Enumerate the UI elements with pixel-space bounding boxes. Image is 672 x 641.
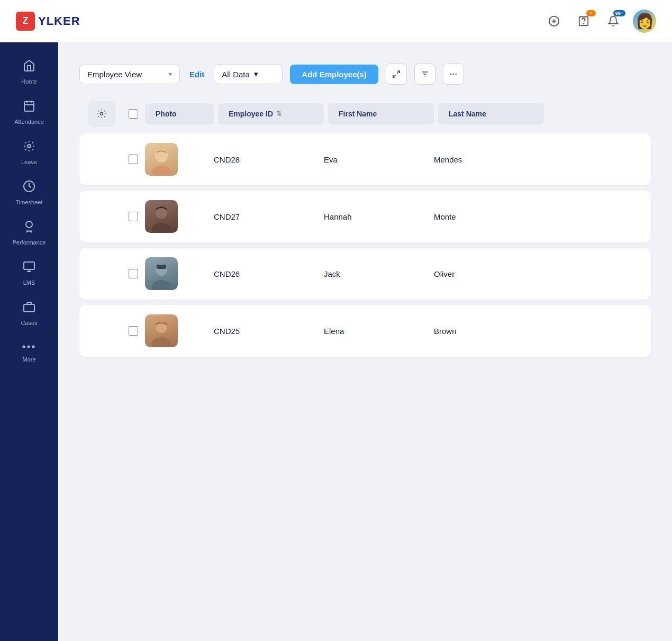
sidebar-item-timesheet[interactable]: Timesheet bbox=[5, 174, 53, 212]
data-select-label: All Data bbox=[222, 70, 250, 79]
table-row: CND26 Jack Oliver bbox=[79, 248, 651, 300]
svg-point-24 bbox=[101, 113, 103, 115]
select-all-checkbox[interactable] bbox=[129, 109, 138, 119]
svg-rect-15 bbox=[24, 304, 34, 312]
sidebar-item-performance[interactable]: Performance bbox=[5, 214, 53, 252]
column-settings-button[interactable] bbox=[88, 101, 115, 127]
edit-button[interactable]: Edit bbox=[187, 70, 206, 79]
header-actions: + 99+ 👩 bbox=[544, 10, 656, 33]
add-icon-button[interactable] bbox=[544, 11, 564, 31]
sidebar-label-leave: Leave bbox=[21, 159, 37, 165]
sidebar-item-lms[interactable]: LMS bbox=[5, 254, 53, 292]
row-last-name-3: Oliver bbox=[434, 269, 540, 278]
table-row: CND28 Eva Mendes bbox=[79, 133, 651, 185]
svg-point-21 bbox=[450, 74, 452, 75]
header-checkbox-cell bbox=[122, 109, 145, 119]
logo: Z YLKER bbox=[16, 12, 80, 31]
employee-avatar-4 bbox=[145, 314, 178, 347]
row-photo-3 bbox=[145, 257, 214, 290]
row-first-name-2: Hannah bbox=[324, 212, 430, 221]
help-badge: + bbox=[586, 10, 596, 16]
sidebar-item-home[interactable]: Home bbox=[5, 53, 53, 91]
employee-avatar-1 bbox=[145, 143, 178, 176]
sidebar-label-performance: Performance bbox=[13, 239, 46, 246]
sidebar-item-leave[interactable]: Leave bbox=[5, 133, 53, 171]
sidebar-label-more: More bbox=[22, 356, 35, 363]
employee-table: Photo Employee ID ⇅ First Name Last Name bbox=[79, 101, 651, 357]
sidebar-item-attendance[interactable]: Attendance bbox=[5, 93, 53, 131]
svg-point-9 bbox=[28, 145, 31, 148]
row-checkbox-1[interactable] bbox=[122, 155, 145, 164]
sidebar-label-home: Home bbox=[21, 78, 37, 85]
row-checkbox-3[interactable] bbox=[122, 269, 145, 278]
sidebar-label-cases: Cases bbox=[21, 320, 37, 326]
notification-button[interactable]: 99+ bbox=[603, 11, 623, 31]
sidebar-label-lms: LMS bbox=[23, 279, 35, 286]
row-employee-id-4: CND25 bbox=[214, 327, 320, 336]
svg-point-4 bbox=[584, 23, 584, 24]
logo-text: YLKER bbox=[38, 14, 80, 28]
column-header-last-name: Last Name bbox=[438, 103, 544, 124]
svg-point-11 bbox=[26, 221, 32, 228]
svg-point-26 bbox=[152, 166, 171, 176]
data-chevron-icon: ▾ bbox=[254, 69, 258, 79]
svg-point-22 bbox=[453, 74, 455, 75]
row-last-name-2: Monte bbox=[434, 212, 540, 221]
sort-icon: ⇅ bbox=[276, 110, 281, 118]
row-select-checkbox-2[interactable] bbox=[129, 212, 138, 221]
sidebar-item-cases[interactable]: Cases bbox=[5, 294, 53, 332]
logo-icon: Z bbox=[16, 12, 35, 31]
row-photo-4 bbox=[145, 314, 214, 347]
table-row: CND27 Hannah Monte bbox=[79, 191, 651, 242]
expand-button[interactable] bbox=[386, 64, 407, 85]
row-employee-id-2: CND27 bbox=[214, 212, 320, 221]
row-select-checkbox-4[interactable] bbox=[129, 326, 138, 336]
row-select-checkbox-1[interactable] bbox=[129, 155, 138, 164]
column-header-first-name: First Name bbox=[328, 103, 434, 124]
toolbar: Employee View ▾ Edit All Data ▾ Add Empl… bbox=[79, 64, 651, 85]
app-header: Z YLKER + 99+ 👩 bbox=[0, 0, 672, 42]
help-icon-button[interactable]: + bbox=[574, 11, 594, 31]
more-icon: ••• bbox=[22, 341, 36, 353]
svg-rect-5 bbox=[24, 102, 34, 111]
svg-point-30 bbox=[152, 280, 171, 290]
column-header-photo: Photo bbox=[145, 103, 214, 124]
row-last-name-1: Mendes bbox=[434, 155, 540, 164]
svg-rect-32 bbox=[157, 265, 166, 269]
user-avatar[interactable]: 👩 bbox=[633, 10, 656, 33]
svg-point-28 bbox=[152, 223, 171, 233]
timesheet-icon bbox=[23, 180, 35, 196]
row-last-name-4: Brown bbox=[434, 327, 540, 336]
row-checkbox-4[interactable] bbox=[122, 326, 145, 336]
main-content: Employee View ▾ Edit All Data ▾ Add Empl… bbox=[58, 42, 672, 641]
row-checkbox-2[interactable] bbox=[122, 212, 145, 221]
svg-point-23 bbox=[455, 74, 457, 75]
performance-icon bbox=[23, 220, 35, 236]
sidebar: Home Attendance Leave Timesheet Performa… bbox=[0, 42, 58, 641]
sidebar-item-more[interactable]: ••• More bbox=[5, 335, 53, 369]
row-first-name-1: Eva bbox=[324, 155, 430, 164]
view-select-label: Employee View bbox=[87, 70, 142, 79]
main-layout: Home Attendance Leave Timesheet Performa… bbox=[0, 42, 672, 641]
column-header-employee-id[interactable]: Employee ID ⇅ bbox=[218, 103, 324, 124]
notification-badge: 99+ bbox=[613, 10, 625, 16]
row-first-name-4: Elena bbox=[324, 327, 430, 336]
employee-avatar-3 bbox=[145, 257, 178, 290]
table-header: Photo Employee ID ⇅ First Name Last Name bbox=[79, 101, 651, 127]
row-photo-1 bbox=[145, 143, 214, 176]
table-row: CND25 Elena Brown bbox=[79, 305, 651, 357]
sidebar-label-attendance: Attendance bbox=[14, 119, 44, 125]
employee-avatar-2 bbox=[145, 200, 178, 233]
row-employee-id-1: CND28 bbox=[214, 155, 320, 164]
row-employee-id-3: CND26 bbox=[214, 269, 320, 278]
filter-button[interactable] bbox=[414, 64, 435, 85]
data-select[interactable]: All Data ▾ bbox=[214, 64, 283, 84]
add-employee-button[interactable]: Add Employee(s) bbox=[290, 65, 378, 84]
home-icon bbox=[23, 59, 35, 75]
leave-icon bbox=[23, 140, 35, 156]
view-select[interactable]: Employee View ▾ bbox=[79, 65, 180, 84]
sidebar-label-timesheet: Timesheet bbox=[16, 199, 43, 205]
row-select-checkbox-3[interactable] bbox=[129, 269, 138, 278]
cases-icon bbox=[23, 301, 35, 317]
more-options-button[interactable] bbox=[443, 64, 464, 85]
